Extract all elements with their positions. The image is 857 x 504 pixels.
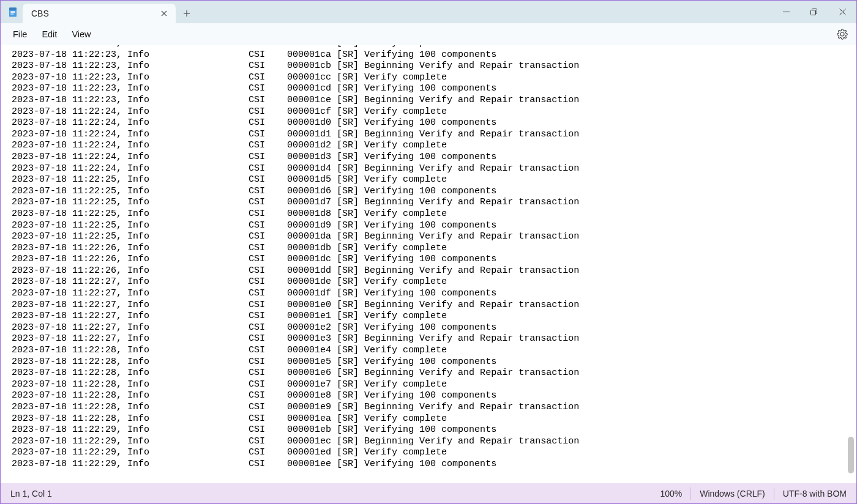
- gear-icon: [837, 29, 848, 40]
- svg-rect-1: [9, 7, 17, 10]
- status-separator: [774, 487, 774, 500]
- status-encoding[interactable]: UTF-8 with BOM: [783, 489, 847, 498]
- minimize-button[interactable]: [772, 3, 800, 21]
- window-controls: [772, 1, 856, 23]
- tab-title: CBS: [31, 9, 49, 18]
- new-tab-button[interactable]: [176, 3, 198, 23]
- tab-active[interactable]: CBS: [23, 4, 176, 23]
- status-separator: [690, 487, 691, 500]
- status-line-ending[interactable]: Windows (CRLF): [700, 489, 765, 498]
- maximize-button[interactable]: [800, 3, 828, 21]
- editor-text[interactable]: 2023-07-18 11:22:23, Info CSI 000001c9 […: [1, 45, 856, 470]
- plus-icon: [183, 10, 190, 17]
- menu-edit[interactable]: Edit: [34, 26, 64, 43]
- svg-rect-11: [811, 10, 816, 15]
- close-icon: [839, 9, 846, 15]
- app-icon: [1, 1, 23, 23]
- close-icon: [161, 10, 167, 17]
- scrollbar-thumb[interactable]: [848, 437, 854, 473]
- tab-close-button[interactable]: [159, 8, 170, 19]
- editor-area[interactable]: 2023-07-18 11:22:23, Info CSI 000001c9 […: [1, 45, 856, 483]
- scrollbar-track[interactable]: [848, 45, 855, 483]
- status-zoom[interactable]: 100%: [660, 489, 682, 498]
- statusbar: Ln 1, Col 1 100% Windows (CRLF) UTF-8 wi…: [1, 483, 856, 503]
- settings-button[interactable]: [833, 25, 851, 43]
- notepad-icon: [7, 7, 18, 18]
- status-cursor-position[interactable]: Ln 1, Col 1: [10, 489, 52, 498]
- restore-icon: [810, 9, 818, 16]
- menubar: File Edit View: [1, 23, 856, 45]
- minimize-icon: [783, 9, 790, 15]
- menu-file[interactable]: File: [6, 26, 34, 43]
- menu-view[interactable]: View: [64, 26, 98, 43]
- close-window-button[interactable]: [828, 3, 856, 21]
- titlebar: CBS: [1, 1, 856, 23]
